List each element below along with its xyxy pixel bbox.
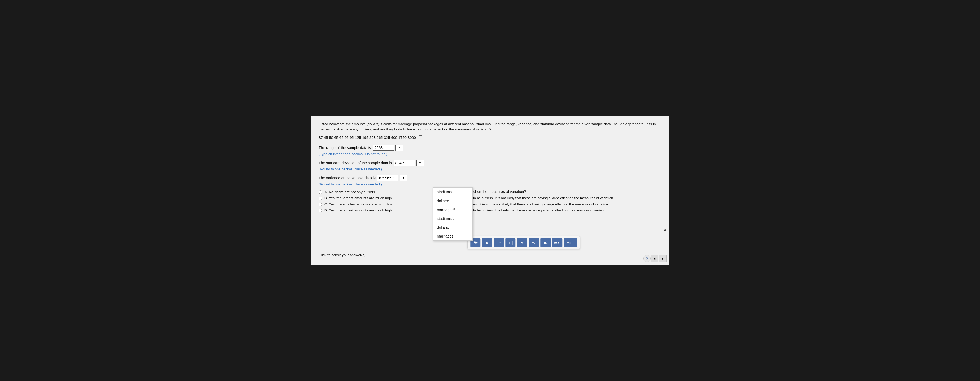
dropdown-popup: stadiums. dollars2. marriages2. stadiums… <box>433 187 473 241</box>
nav-arrows: ◄ ► <box>651 255 667 262</box>
dropdown-item-0[interactable]: stadiums. <box>433 188 473 196</box>
range-row: The range of the sample data is 2963 ▼ <box>319 145 661 151</box>
decimal-btn[interactable]: ■. <box>541 238 550 247</box>
copy-icon[interactable] <box>420 136 423 139</box>
math-toolbar: ⊞ □□ |□| √ n√ ■. (■,■) More <box>468 236 580 249</box>
range-dropdown[interactable]: ▼ <box>395 145 403 151</box>
data-values: 37 45 50 65 65 95 95 125 195 203 265 325… <box>319 136 416 140</box>
option-c-radio[interactable] <box>319 203 322 206</box>
dropdown-item-4[interactable]: dollars. <box>433 223 473 232</box>
sqrt-btn[interactable]: √ <box>517 238 527 247</box>
next-arrow[interactable]: ► <box>659 255 667 262</box>
nth-root-btn[interactable]: n√ <box>529 238 539 247</box>
more-btn[interactable]: More <box>564 238 577 247</box>
click-to-select: Click to select your answer(s). <box>319 253 366 257</box>
close-btn[interactable]: ✕ <box>663 228 667 233</box>
std-row: The standard deviation of the sample dat… <box>319 160 661 166</box>
help-btn[interactable]: ? <box>643 255 651 262</box>
option-a-radio[interactable] <box>319 190 322 194</box>
std-dropdown[interactable]: ▼ <box>417 160 424 166</box>
svg-rect-2 <box>476 243 476 244</box>
main-screen: Listed below are the amounts (dollars) i… <box>311 116 669 265</box>
variance-dropdown[interactable]: ▼ <box>400 175 407 181</box>
svg-rect-0 <box>474 242 477 243</box>
range-value[interactable]: 2963 <box>372 145 394 151</box>
dropdown-item-1[interactable]: dollars2. <box>433 196 473 206</box>
range-label: The range of the sample data is <box>319 146 371 150</box>
option-b-radio[interactable] <box>319 197 322 200</box>
absolute-btn[interactable]: |□| <box>505 238 515 247</box>
variance-value[interactable]: 679965.8 <box>377 175 398 181</box>
std-hint: (Round to one decimal place as needed.) <box>319 167 661 171</box>
variance-hint: (Round to one decimal place as needed.) <box>319 182 661 186</box>
dropdown-item-2[interactable]: marriages2. <box>433 206 473 214</box>
std-label: The standard deviation of the sample dat… <box>319 161 392 165</box>
outlier-question-partial: fect on the measures of variation? <box>470 190 661 194</box>
variance-row: The variance of the sample data is 67996… <box>319 175 661 181</box>
superscript-btn[interactable]: □□ <box>494 238 504 247</box>
range-hint: (Type an integer or a decimal. Do not ro… <box>319 152 661 156</box>
option-a-text: A. No, there are not any outliers. <box>324 190 376 194</box>
dropdown-item-3[interactable]: stadiums2. <box>433 214 473 223</box>
dropdown-item-5[interactable]: marriages. <box>433 232 473 241</box>
data-values-row: 37 45 50 65 65 95 95 125 195 203 265 325… <box>319 136 661 140</box>
option-d-radio[interactable] <box>319 209 322 212</box>
svg-rect-1 <box>474 241 476 242</box>
matrix-btn[interactable]: ⊞ <box>482 238 492 247</box>
ordered-pair-btn[interactable]: (■,■) <box>552 238 562 247</box>
variance-label: The variance of the sample data is <box>319 176 375 180</box>
std-value[interactable]: 824.6 <box>394 160 415 166</box>
problem-description: Listed below are the amounts (dollars) i… <box>319 121 661 132</box>
prev-arrow[interactable]: ◄ <box>651 255 658 262</box>
